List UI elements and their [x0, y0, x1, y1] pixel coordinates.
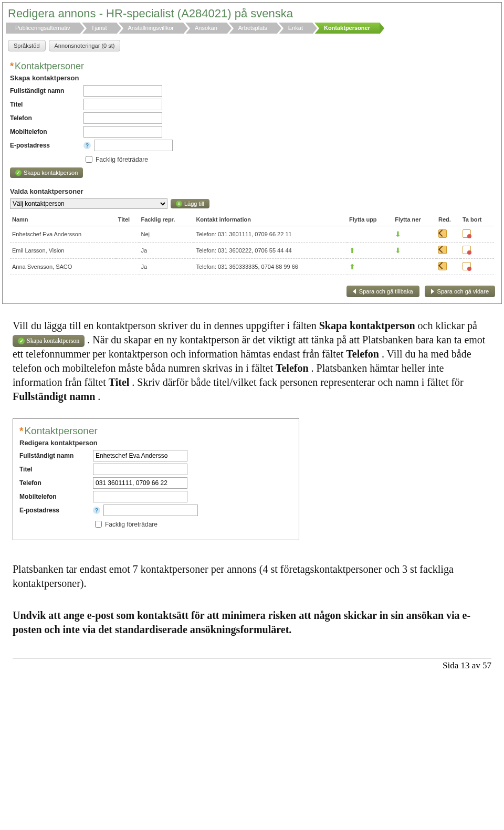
doc-p1e: Telefon — [346, 348, 379, 360]
cell-del — [460, 259, 494, 275]
edit-section-title: *Kontaktpersoner — [19, 425, 292, 437]
label-mobile: Mobiltelefon — [10, 128, 83, 135]
create-contact-button[interactable]: ✓ Skapa kontaktperson — [10, 167, 83, 178]
delete-icon[interactable] — [463, 229, 471, 238]
edit-label-title: Titel — [19, 466, 93, 473]
checkbox-union[interactable] — [86, 156, 92, 163]
add-contact-button-label: Lägg till — [184, 201, 204, 207]
cell-title — [116, 226, 139, 243]
plus-icon: + — [176, 201, 182, 207]
contacts-title-text: Kontaktpersoner — [15, 61, 84, 71]
doc-p1j: . Skriv därför både titel/vilket fack pe… — [132, 376, 463, 388]
input-title[interactable] — [83, 99, 162, 110]
label-title: Titel — [10, 101, 83, 108]
edit-label-mobile: Mobiltelefon — [19, 493, 93, 500]
breadcrumb-item[interactable]: Tjänst — [82, 23, 117, 34]
input-email[interactable] — [94, 140, 173, 151]
cell-name: Emil Larsson, Vision — [10, 243, 116, 259]
add-contact-button[interactable]: + Lägg till — [171, 199, 209, 208]
cell-union: Ja — [139, 243, 194, 259]
edit-row-title: Titel — [19, 464, 292, 475]
breadcrumb-item[interactable]: Kontaktpersoner — [314, 23, 380, 34]
th-up: Flytta upp — [347, 213, 393, 226]
page-title: Redigera annons - HR-specialist (A284021… — [3, 3, 501, 23]
breadcrumb-item[interactable]: Enkät — [279, 23, 312, 34]
cell-down: ⬇ — [393, 226, 436, 243]
help-icon[interactable]: ? — [93, 507, 100, 514]
inline-create-button-label: Skapa kontaktperson — [27, 337, 79, 345]
input-fullname[interactable] — [83, 85, 162, 97]
page-footer: Sida 13 av 57 — [13, 658, 491, 671]
cell-edit — [436, 259, 460, 275]
edit-input-title[interactable] — [93, 464, 187, 475]
cell-contact: Telefon: 031 3600222, 0706 55 44 44 — [194, 243, 347, 259]
help-icon[interactable]: ? — [83, 142, 91, 149]
breadcrumb-item[interactable]: Ansökan — [185, 23, 227, 34]
arrow-up-icon[interactable]: ⬆ — [349, 246, 355, 255]
select-contact[interactable]: Välj kontaktperson — [10, 198, 167, 209]
cell-del — [460, 243, 494, 259]
required-asterisk: * — [19, 425, 23, 436]
edit-row-phone: Telefon — [19, 477, 292, 489]
cell-union: Ja — [139, 259, 194, 275]
arrow-down-icon[interactable]: ⬇ — [395, 230, 401, 238]
triangle-left-icon — [353, 289, 356, 294]
edit-row-fullname: Fullständigt namn — [19, 450, 292, 461]
cell-name: Anna Svensson, SACO — [10, 259, 116, 275]
cell-up — [347, 226, 393, 243]
doc-paragraph-1: Vill du lägga till en kontaktperson skri… — [0, 306, 504, 409]
row-title: Titel — [10, 99, 494, 110]
edit-icon[interactable] — [438, 246, 447, 254]
cell-down — [393, 259, 436, 275]
doc-p1a: Vill du lägga till en kontaktperson skri… — [13, 320, 319, 331]
edit-input-fullname[interactable] — [93, 450, 187, 461]
section-selected: Valda kontaktpersoner Välj kontaktperson… — [3, 182, 501, 279]
cell-name: Enhetschef Eva Andersson — [10, 226, 116, 243]
arrow-up-icon[interactable]: ⬆ — [349, 262, 355, 271]
cell-del — [460, 226, 494, 243]
tab-sprakstod[interactable]: Språkstöd — [8, 40, 46, 51]
check-icon: ✓ — [18, 338, 25, 344]
th-union: Facklig repr. — [139, 213, 194, 226]
doc-paragraph-2: Platsbanken tar endast emot 7 kontaktper… — [0, 550, 504, 596]
doc-p1l: . — [98, 391, 100, 402]
input-mobile[interactable] — [83, 126, 162, 138]
tab-annonsnoteringar[interactable]: Annonsnoteringar (0 st) — [49, 40, 121, 51]
label-union: Facklig företrädare — [96, 156, 148, 163]
breadcrumb-item[interactable]: Publiceringsalternativ — [6, 23, 80, 34]
breadcrumb-item[interactable]: Anställningsvillkor — [119, 23, 183, 34]
th-down: Flytta ner — [393, 213, 436, 226]
save-next-button[interactable]: Spara och gå vidare — [425, 286, 495, 297]
th-edit: Red. — [436, 213, 460, 226]
arrow-down-icon[interactable]: ⬇ — [395, 246, 401, 255]
row-mobile: Mobiltelefon — [10, 126, 494, 138]
edit-input-mobile[interactable] — [93, 491, 187, 502]
delete-icon[interactable] — [463, 262, 471, 270]
cell-up: ⬆ — [347, 243, 393, 259]
input-phone[interactable] — [83, 112, 162, 124]
edit-section-title-text: Kontaktpersoner — [24, 425, 97, 436]
save-back-button[interactable]: Spara och gå tillbaka — [346, 286, 419, 297]
label-fullname: Fullständigt namn — [10, 87, 83, 94]
select-row: Välj kontaktperson + Lägg till — [10, 198, 494, 209]
edit-checkbox-union[interactable] — [95, 521, 102, 528]
table-row: Anna Svensson, SACOJaTelefon: 031 360333… — [10, 259, 494, 275]
edit-icon[interactable] — [438, 229, 447, 238]
edit-input-email[interactable] — [103, 505, 198, 516]
th-name: Namn — [10, 213, 116, 226]
edit-subtitle: Redigera kontaktperson — [19, 439, 292, 447]
edit-row-mobile: Mobiltelefon — [19, 491, 292, 502]
breadcrumb-item[interactable]: Arbetsplats — [229, 23, 277, 34]
save-back-label: Spara och gå tillbaka — [359, 288, 413, 295]
delete-icon[interactable] — [463, 246, 471, 254]
edit-input-phone[interactable] — [93, 477, 187, 489]
cell-edit — [436, 226, 460, 243]
edit-label-union: Facklig företrädare — [105, 521, 158, 528]
doc-p1b: Skapa kontaktperson — [319, 320, 415, 331]
edit-icon[interactable] — [438, 262, 447, 270]
section-contacts: *Kontaktpersoner Skapa kontaktperson Ful… — [3, 55, 501, 182]
cell-title — [116, 243, 139, 259]
cell-contact: Telefon: 031 360333335, 0704 88 99 66 — [194, 259, 347, 275]
required-asterisk: * — [10, 61, 14, 71]
doc-p1c: och klickar på — [418, 320, 477, 331]
